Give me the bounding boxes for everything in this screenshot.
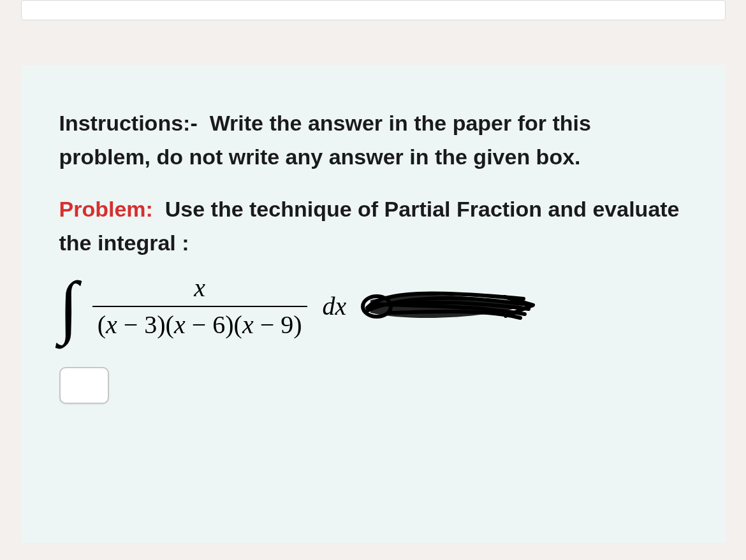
fraction-denominator: (x − 3)(x − 6)(x − 9): [92, 307, 307, 339]
instructions-label: Instructions:-: [59, 111, 198, 135]
problem-card: Instructions:- Write the answer in the p…: [21, 65, 726, 543]
answer-input[interactable]: [59, 367, 109, 404]
fraction: x (x − 3)(x − 6)(x − 9): [92, 274, 307, 339]
integral-sign-icon: ∫: [59, 271, 78, 341]
empty-top-box: [21, 0, 726, 20]
scribble-redaction-icon: [358, 287, 536, 326]
integral-expression: ∫ x (x − 3)(x − 6)(x − 9) dx: [59, 271, 687, 341]
fraction-numerator: x: [189, 274, 210, 306]
problem-label: Problem:: [59, 197, 153, 221]
instructions-block: Instructions:- Write the answer in the p…: [59, 106, 687, 173]
differential: dx: [323, 291, 347, 321]
problem-block: Problem: Use the technique of Partial Fr…: [59, 192, 687, 259]
page-container: Instructions:- Write the answer in the p…: [21, 0, 726, 543]
